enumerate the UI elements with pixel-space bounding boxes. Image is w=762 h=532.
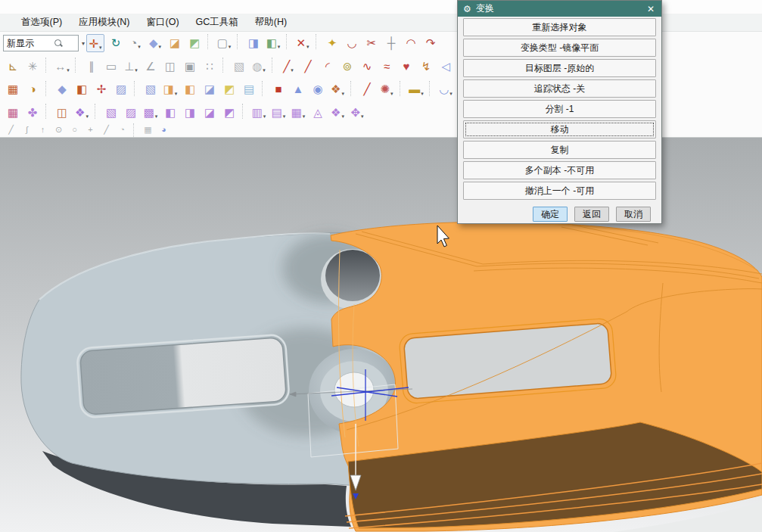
pattern-sketch-icon[interactable]: ∷ (201, 58, 218, 74)
swept-surface-icon[interactable]: ◑ (24, 81, 41, 98)
menu-help[interactable]: 帮助(H) (253, 14, 288, 30)
plus-icon[interactable]: + (84, 123, 97, 135)
circle-chain-icon[interactable]: ⊚ (339, 58, 356, 74)
pull-face-icon[interactable]: ◩ (221, 104, 238, 120)
chevron-down-icon[interactable]: ▾ (135, 67, 138, 74)
slash-icon[interactable]: ╱ (100, 123, 113, 135)
copy-face-icon[interactable]: ▥▾ (250, 104, 267, 120)
undo-last-button[interactable]: 撤消上一个 -可用 (463, 182, 656, 200)
chevron-down-icon[interactable]: ▾ (67, 67, 70, 74)
heart-curve-icon[interactable]: ♥ (398, 58, 415, 74)
edit-cross-section-icon[interactable]: ✥▾ (349, 104, 365, 120)
chevron-down-icon[interactable]: ▾ (303, 114, 306, 120)
clip-section-icon[interactable]: ◔▾ (127, 34, 144, 51)
extrude-icon[interactable]: ▧ (142, 81, 159, 98)
revolve-icon[interactable]: ◨▾ (162, 81, 179, 98)
menu-application-modules[interactable]: 应用模块(N) (77, 14, 131, 30)
helix-icon[interactable]: ↯ (418, 58, 434, 74)
mesh-surface-icon[interactable]: ▦ (5, 81, 21, 98)
block-feature-icon[interactable]: ▧ (231, 58, 247, 74)
arc-sketch-icon[interactable]: ◜ (319, 58, 336, 74)
measure-icon[interactable]: ↔▾ (54, 58, 70, 74)
replace-face-icon[interactable]: ◨ (182, 104, 198, 120)
spline-icon[interactable]: ∿ (359, 58, 375, 74)
chevron-down-icon[interactable]: ▾ (341, 91, 344, 98)
offset-sketch-icon[interactable]: ▣ (182, 58, 198, 74)
wrap-geometry-icon[interactable]: ▦ (5, 104, 21, 120)
chevron-down-icon[interactable]: ▾ (159, 44, 162, 51)
window-style-icon[interactable]: ▢▾ (216, 34, 232, 51)
bounded-plane-icon[interactable]: ▨ (113, 81, 129, 98)
sheet-gray-icon[interactable]: ▦ (142, 123, 154, 135)
paste-face-icon[interactable]: ▤▾ (270, 104, 287, 120)
parallel-icon[interactable]: ∥ (83, 58, 100, 74)
pattern-face-icon[interactable]: ❖▾ (329, 104, 346, 120)
circle-icon[interactable]: ○ (68, 123, 81, 135)
face-style-green-icon[interactable]: ◩ (186, 34, 203, 51)
chevron-down-icon[interactable]: ▾ (390, 91, 393, 98)
move-button[interactable]: 移动 (463, 120, 656, 138)
ruled-surface-icon[interactable]: ◆ (54, 81, 70, 98)
move-face-icon[interactable]: ▧ (103, 104, 120, 120)
chevron-down-icon[interactable]: ▾ (278, 44, 281, 51)
pin-line-icon[interactable]: ╱ (359, 81, 375, 98)
sheet-to-solid-icon[interactable]: ▤ (241, 81, 257, 98)
cancel-button[interactable]: 取消 (616, 207, 651, 222)
fit-view-icon[interactable]: ✛▾ (86, 34, 104, 52)
unite-icon[interactable]: ◧ (182, 81, 198, 98)
divide-curve-icon[interactable]: ┼ (383, 34, 400, 51)
trace-status-button[interactable]: 追踪状态 -关 (463, 79, 656, 98)
trim-curve-icon[interactable]: ✂ (363, 34, 380, 51)
point-circle-icon[interactable]: ⊙ (52, 123, 65, 135)
profile-curve-icon[interactable]: ∫ (20, 123, 33, 135)
menu-gc-toolbox[interactable]: GC工具箱 (194, 14, 240, 30)
menu-window[interactable]: 窗口(O) (145, 14, 181, 30)
frame-sketch-icon[interactable]: ▭ (103, 58, 120, 74)
target-layer-button[interactable]: 目标图层 -原始的 (463, 59, 656, 77)
chevron-down-icon[interactable]: ▾ (229, 44, 232, 51)
copy-button[interactable]: 复制 (463, 141, 656, 159)
search-input[interactable] (7, 38, 54, 48)
chevron-down-icon[interactable]: ▾ (306, 44, 309, 51)
constraint-star-icon[interactable]: ✳ (24, 58, 41, 74)
resize-face-icon[interactable]: ▩▾ (142, 104, 159, 120)
chevron-down-icon[interactable]: ▾ (283, 114, 286, 120)
chevron-down-icon[interactable]: ▾ (341, 114, 344, 120)
chevron-down-icon[interactable]: ▾ (155, 114, 158, 120)
bridge-curve-icon[interactable]: ◡ (344, 34, 360, 51)
chevron-down-icon[interactable]: ▾ (99, 45, 102, 51)
arrow-blue-icon[interactable]: ◁ (437, 58, 454, 74)
menu-preferences[interactable]: 首选项(P) (20, 14, 64, 30)
close-icon[interactable]: ✕ (645, 4, 656, 14)
datum-plane-icon[interactable]: ◧▾ (265, 34, 281, 51)
transform-type-button[interactable]: 变换类型 -镜像平面 (463, 39, 656, 57)
search-icon[interactable] (54, 39, 64, 48)
multiple-copies-button[interactable]: 多个副本 -不可用 (463, 161, 656, 179)
shaded-view-icon[interactable]: ◆▾ (147, 34, 163, 51)
chevron-down-icon[interactable]: ▾ (175, 91, 178, 98)
wave-link-icon[interactable]: ✤ (24, 104, 41, 120)
shell-gray-icon[interactable]: ◔ (116, 123, 129, 135)
dimension-toggle-icon[interactable]: ✕▾ (294, 34, 311, 51)
chevron-down-icon[interactable]: ▾ (421, 91, 424, 98)
through-curves-icon[interactable]: ◧ (73, 81, 90, 98)
unlock-icon[interactable]: ✦ (324, 34, 341, 51)
sphere-icon[interactable]: ◉ (309, 81, 326, 98)
reselect-object-button[interactable]: 重新选择对象 (463, 18, 656, 36)
offset-region-icon[interactable]: ◧ (162, 104, 179, 120)
face-style-tan-icon[interactable]: ◪ (166, 34, 183, 51)
snap-point-icon[interactable]: ⊾ (5, 58, 21, 74)
line-sketch-icon[interactable]: ╱▾ (280, 58, 297, 74)
chevron-down-icon[interactable]: ▾ (361, 114, 364, 120)
ok-button[interactable]: 确定 (533, 207, 568, 222)
trim-body-icon[interactable]: ◪ (201, 81, 218, 98)
move-region-icon[interactable]: ◪ (201, 104, 218, 120)
scribble-icon[interactable]: ≈ (378, 58, 395, 74)
split-button[interactable]: 分割 -1 (463, 100, 656, 118)
arrow-up-icon[interactable]: ↑ (36, 123, 49, 135)
dialog-header[interactable]: ⚙ 变换 ✕ (458, 1, 661, 17)
back-button[interactable]: 返回 (574, 207, 609, 222)
delete-face-icon[interactable]: ▨ (123, 104, 139, 120)
orient-view-icon[interactable]: ↻ (107, 34, 124, 51)
globe-icon[interactable]: ◕ (157, 123, 170, 135)
